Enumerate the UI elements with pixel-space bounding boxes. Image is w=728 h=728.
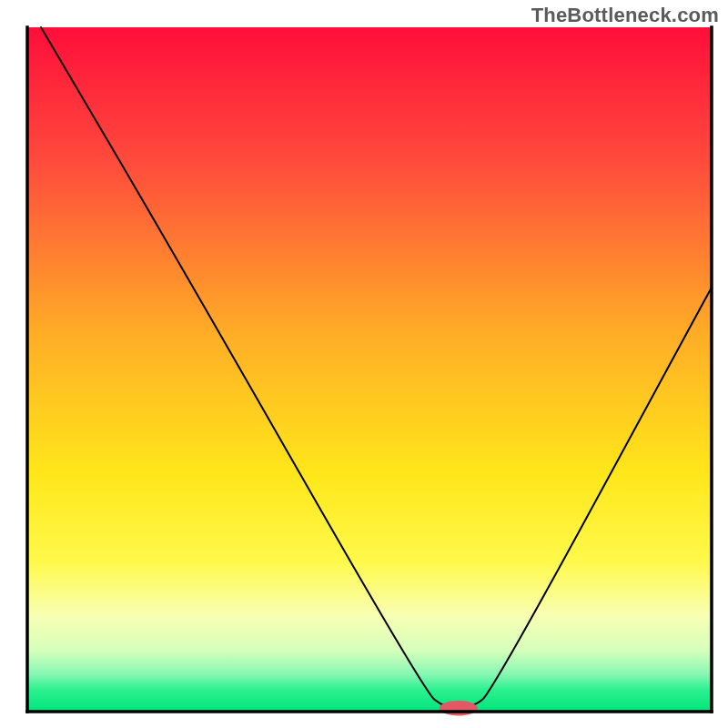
- chart-container: TheBottleneck.com: [0, 0, 728, 728]
- plot-background: [27, 27, 712, 712]
- optimal-marker: [440, 701, 478, 716]
- bottleneck-chart: [0, 0, 728, 728]
- watermark-label: TheBottleneck.com: [531, 4, 719, 27]
